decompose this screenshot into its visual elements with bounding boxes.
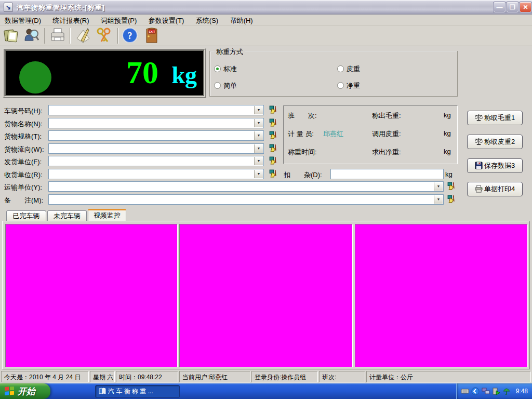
chevron-down-icon[interactable]: ▼: [254, 157, 263, 165]
gross-label: 称出毛重:: [372, 111, 401, 121]
chevron-down-icon[interactable]: ▼: [254, 119, 263, 127]
antivirus-umbrella-icon[interactable]: [502, 387, 511, 395]
remark-edit-icon[interactable]: [447, 195, 456, 204]
receiver-unit-label: 收货单位(R):: [4, 170, 43, 180]
app-icon: ↘: [4, 3, 13, 12]
network-icon[interactable]: [482, 387, 490, 395]
status-weigh-unit: 计量单位：公斤: [366, 371, 531, 382]
status-shift: 班次:: [319, 371, 365, 382]
goods-spec-label: 货物规格(T):: [4, 132, 42, 141]
menu-help[interactable]: 帮助(H): [225, 15, 258, 25]
system-keys-icon[interactable]: [94, 27, 113, 45]
vehicle-number-edit-icon[interactable]: [269, 105, 277, 114]
receiver-unit-edit-icon[interactable]: [269, 169, 277, 178]
chevron-down-icon[interactable]: ▼: [434, 195, 443, 204]
print-icon[interactable]: [48, 27, 67, 45]
weight-display: 70 kg: [3, 48, 206, 98]
goods-spec-edit-icon[interactable]: [269, 131, 277, 140]
start-button[interactable]: 开始: [0, 383, 50, 399]
exit-icon[interactable]: EXIT: [142, 27, 161, 45]
radio-net[interactable]: 净重: [337, 81, 360, 89]
status-login-role: 登录身份:操作员组: [251, 371, 318, 382]
vehicle-number-label: 车辆号码(H):: [4, 107, 43, 116]
weigh-tare-button[interactable]: 称取皮重2: [467, 135, 523, 149]
save-data-button[interactable]: 保存数据3: [467, 158, 523, 173]
goods-name-combobox[interactable]: ▼: [48, 118, 264, 128]
radio-simple-icon: [214, 82, 221, 89]
remark-combobox[interactable]: ▼: [48, 194, 444, 205]
weigh-gross-button[interactable]: 称取毛重1: [467, 111, 523, 125]
help-icon[interactable]: ?: [121, 27, 139, 45]
chevron-down-icon[interactable]: ▼: [254, 106, 263, 114]
maximize-button[interactable]: ❐: [507, 2, 518, 12]
menu-bar: 数据管理(D) 统计报表(R) 词组预置(P) 参数设置(T) 系统(S) 帮助…: [0, 15, 532, 25]
svg-text:EXIT: EXIT: [149, 30, 155, 33]
goods-direction-combobox[interactable]: ▼: [48, 143, 264, 154]
keyboard-icon[interactable]: [461, 387, 469, 395]
start-label: 开始: [18, 385, 35, 397]
operator-value: 邱燕红: [323, 129, 343, 139]
weigh-gross-label: 称取毛重1: [484, 114, 515, 122]
tab-unfinished-vehicles[interactable]: 未完车辆: [47, 210, 87, 221]
deduction-input[interactable]: [330, 169, 444, 179]
radio-tare-icon: [337, 65, 344, 72]
remark-label: 备 注(M):: [4, 196, 43, 205]
menu-data[interactable]: 数据管理(D): [0, 15, 46, 25]
title-bar: ↘ 汽车衡称重管理系统-[称重] — ❐ ✕: [0, 0, 532, 15]
service-running-icon[interactable]: [492, 387, 500, 395]
video-feed-1: [5, 224, 178, 367]
scale-status-lamp: [19, 61, 51, 94]
chevron-down-icon[interactable]: ▼: [254, 144, 263, 153]
goods-direction-edit-icon[interactable]: [269, 144, 277, 153]
taskbar-app-button[interactable]: 汽 车 衡 称 重 ...: [95, 385, 180, 398]
tare-unit: kg: [444, 129, 451, 137]
sender-unit-combobox[interactable]: ▼: [48, 156, 264, 166]
radio-net-icon: [337, 82, 344, 89]
goods-spec-combobox[interactable]: ▼: [48, 130, 264, 141]
weight-unit: kg: [171, 61, 197, 89]
chevron-down-icon[interactable]: ▼: [254, 170, 263, 178]
menu-system[interactable]: 系统(S): [191, 15, 223, 25]
radio-standard[interactable]: 标准: [214, 64, 237, 72]
language-bar-icon[interactable]: [471, 387, 480, 395]
transport-unit-combobox[interactable]: ▼: [48, 181, 444, 192]
deduction-label: 扣 杂(D):: [284, 170, 322, 180]
taskbar: 开始 汽 车 衡 称 重 ... 9:48: [0, 383, 532, 399]
radio-simple[interactable]: 简单: [214, 81, 237, 89]
sender-unit-label: 发货单位(F):: [4, 157, 42, 167]
tray-clock: 9:48: [516, 388, 528, 395]
chevron-down-icon[interactable]: ▼: [434, 182, 443, 191]
operator-label: 计 量 员:: [288, 129, 314, 139]
goods-name-edit-icon[interactable]: [269, 118, 277, 127]
print-receipt-button[interactable]: 单据打印4: [467, 182, 523, 196]
tab-finished-vehicles[interactable]: 已完车辆: [6, 210, 46, 221]
taskbar-app-label: 汽 车 衡 称 重 ...: [108, 388, 153, 395]
receiver-unit-combobox[interactable]: ▼: [48, 169, 264, 179]
chevron-down-icon[interactable]: ▼: [254, 131, 263, 140]
browse-records-icon[interactable]: [2, 27, 21, 45]
svg-text:?: ?: [128, 31, 132, 41]
sender-unit-edit-icon[interactable]: [269, 156, 277, 165]
tare-label: 调用皮重:: [372, 129, 401, 139]
status-time: 时间：09:48:22: [116, 371, 178, 382]
menu-parameters[interactable]: 参数设置(T): [144, 15, 189, 25]
transport-unit-edit-icon[interactable]: [447, 182, 456, 191]
deduction-unit: kg: [445, 170, 453, 178]
close-button[interactable]: ✕: [520, 2, 531, 12]
system-tray: 9:48: [456, 383, 532, 399]
net-unit: kg: [444, 148, 451, 155]
vehicle-number-combobox[interactable]: ▼: [48, 105, 264, 115]
window-title: 汽车衡称重管理系统-[称重]: [17, 3, 105, 12]
video-feed-2: [179, 224, 353, 367]
tab-video-monitor[interactable]: 视频监控: [88, 209, 126, 221]
menu-reports[interactable]: 统计报表(R): [48, 15, 94, 25]
toolbar-separator: [70, 28, 71, 44]
edit-icon[interactable]: [74, 27, 92, 45]
minimize-button[interactable]: —: [494, 2, 506, 12]
query-icon[interactable]: [22, 27, 41, 45]
radio-tare-mode[interactable]: 皮重: [337, 64, 360, 72]
menu-phrases[interactable]: 词组预置(P): [96, 15, 141, 25]
weigh-mode-group: 称重方式 标准 皮重 简单 净重: [209, 51, 458, 97]
weigh-time-label: 称重时间:: [288, 148, 317, 157]
goods-direction-label: 货物流向(W):: [4, 145, 44, 154]
